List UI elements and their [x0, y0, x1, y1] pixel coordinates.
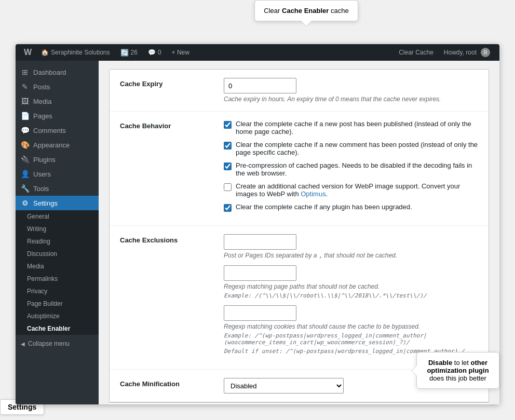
sidebar-item-media[interactable]: 🖼 Media [16, 94, 99, 109]
sidebar-item-settings[interactable]: ⚙ Settings [16, 196, 99, 210]
updates-icon: 🔄 [120, 49, 129, 57]
submenu-item-cache-enabler[interactable]: Cache Enabler [16, 322, 99, 335]
clear-cache-button[interactable]: Clear Cache [394, 44, 439, 61]
posts-icon: ✎ [21, 83, 29, 91]
exclusion-paths-input[interactable] [224, 265, 296, 281]
cache-expiry-controls: Cache expiry in hours. An expiry time of… [224, 78, 478, 103]
tooltip-clear-cache-text: Clear Cache Enabler cache [264, 7, 348, 15]
new-label: + New [172, 49, 189, 56]
sidebar-item-tools[interactable]: 🔧 Tools [16, 181, 99, 196]
tooltip-clear-cache: Clear Cache Enabler cache [254, 0, 358, 21]
checkbox-plugin-upgrade[interactable] [224, 204, 232, 212]
checkbox-webp[interactable] [224, 183, 232, 191]
exclusion-paths-hint: Regexp matching page paths that should n… [224, 283, 478, 290]
exclusion-paths-group: Regexp matching page paths that should n… [224, 265, 478, 299]
home-icon: 🏠 [41, 49, 49, 56]
comments-button[interactable]: 💬 0 [143, 44, 167, 61]
cache-minification-label: Cache Minification [120, 378, 213, 388]
exclusion-ids-input[interactable] [224, 234, 296, 250]
sidebar-item-label: Posts [33, 83, 50, 91]
checkbox-label-4: Create an additional cached version for … [236, 182, 478, 198]
exclusion-cookies-input[interactable] [224, 305, 296, 321]
sidebar-item-pages[interactable]: 📄 Pages [16, 109, 99, 123]
submenu-item-general[interactable]: General [16, 210, 99, 223]
exclusion-cookies-group: Regexp matching cookies that should caus… [224, 305, 478, 355]
cache-exclusions-controls: Post or Pages IDs separated by a , that … [224, 234, 478, 361]
sidebar: ⊞ Dashboard ✎ Posts 🖼 Media 📄 Pages 💬 [16, 61, 99, 404]
cache-expiry-row: Cache Expiry Cache expiry in hours. An e… [110, 70, 489, 112]
admin-bar: W 🏠 Seraphinite Solutions 🔄 26 💬 0 + New [16, 44, 499, 61]
new-content-button[interactable]: + New [167, 44, 195, 61]
sidebar-item-label: Media [33, 98, 51, 105]
sidebar-item-label: Tools [33, 185, 49, 193]
submenu-item-discussion[interactable]: Discussion [16, 248, 99, 260]
avatar-icon: R [481, 48, 490, 57]
submenu-item-privacy[interactable]: Privacy [16, 285, 99, 297]
tools-icon: 🔧 [21, 184, 29, 193]
sidebar-item-appearance[interactable]: 🎨 Appearance [16, 138, 99, 152]
checkbox-row-5: Clear the complete cache if any plugin h… [224, 203, 478, 212]
sidebar-item-label: Comments [33, 127, 66, 134]
collapse-menu-button[interactable]: ◀ Collapse menu [16, 337, 99, 350]
cache-exclusions-label: Cache Exclusions [120, 234, 213, 244]
wp-window: W 🏠 Seraphinite Solutions 🔄 26 💬 0 + New [16, 44, 499, 404]
comments-icon: 💬 [21, 126, 29, 134]
sidebar-item-users[interactable]: 👤 Users [16, 167, 99, 181]
pages-icon: 📄 [21, 112, 29, 120]
sidebar-item-comments[interactable]: 💬 Comments [16, 123, 99, 138]
submenu-item-autoptimize[interactable]: Autoptimize [16, 310, 99, 322]
optimus-link[interactable]: Optimus [301, 190, 326, 198]
collapse-label: Collapse menu [28, 340, 70, 347]
wp-logo-icon: W [24, 48, 32, 57]
checkbox-row-3: Pre-compression of cached pages. Needs t… [224, 161, 478, 177]
submenu-item-page-builder[interactable]: Page Builder [16, 297, 99, 310]
exclusion-paths-example: Example: /(^\\/\\$|\\/robot\\.\\$|^\\/20… [224, 292, 478, 299]
exclusion-ids-group: Post or Pages IDs separated by a , that … [224, 234, 478, 259]
sidebar-item-posts[interactable]: ✎ Posts [16, 79, 99, 94]
settings-submenu: General Writing Reading Discussion Media… [16, 210, 99, 335]
cache-exclusions-row: Cache Exclusions Post or Pages IDs separ… [110, 226, 489, 370]
exclusion-cookies-hint: Regexp matching cookies that should caus… [224, 323, 478, 330]
save-row: Save Changes Saving these settings will … [109, 402, 489, 404]
site-name-label: Seraphinite Solutions [51, 49, 110, 56]
checkbox-row-2: Clear the complete cache if a new commen… [224, 141, 478, 156]
checkbox-clear-comment[interactable] [224, 142, 232, 150]
howdy-label: Howdy, root [444, 49, 477, 56]
checkbox-row-1: Clear the complete cache if a new post h… [224, 120, 478, 136]
submenu-item-media[interactable]: Media [16, 260, 99, 273]
admin-bar-left: W 🏠 Seraphinite Solutions 🔄 26 💬 0 + New [20, 44, 394, 61]
checkbox-label-2: Clear the complete cache if a new commen… [236, 141, 478, 156]
dashboard-icon: ⊞ [21, 68, 29, 76]
submenu-item-permalinks[interactable]: Permalinks [16, 273, 99, 285]
cache-behavior-row: Cache Behavior Clear the complete cache … [110, 112, 489, 226]
checkbox-clear-post[interactable] [224, 121, 232, 129]
howdy-button[interactable]: Howdy, root R [439, 44, 495, 61]
sidebar-item-label: Settings [33, 199, 58, 207]
checkbox-label-3: Pre-compression of cached pages. Needs t… [236, 161, 478, 177]
submenu-item-reading[interactable]: Reading [16, 235, 99, 248]
media-icon: 🖼 [21, 97, 29, 105]
settings-icon: ⚙ [21, 199, 29, 207]
updates-count: 26 [131, 49, 138, 56]
sidebar-item-label: Pages [33, 112, 52, 120]
checkbox-precompression[interactable] [224, 162, 232, 170]
cache-expiry-hint: Cache expiry in hours. An expiry time of… [224, 96, 478, 103]
users-icon: 👤 [21, 170, 29, 178]
cache-behavior-controls: Clear the complete cache if a new post h… [224, 120, 478, 217]
exclusion-cookies-example: Example: /^(wp-postpass|wordpress_logged… [224, 332, 478, 346]
updates-button[interactable]: 🔄 26 [115, 44, 143, 61]
plugins-icon: 🔌 [21, 155, 29, 164]
sidebar-item-label: Plugins [33, 156, 56, 164]
checkbox-row-4: Create an additional cached version for … [224, 182, 478, 198]
sidebar-item-dashboard[interactable]: ⊞ Dashboard [16, 65, 99, 79]
sidebar-item-label: Users [33, 170, 51, 178]
site-name-button[interactable]: 🏠 Seraphinite Solutions [36, 44, 115, 61]
checkbox-label-1: Clear the complete cache if a new post h… [236, 120, 478, 136]
submenu-item-writing[interactable]: Writing [16, 223, 99, 235]
wp-logo-button[interactable]: W [20, 44, 36, 61]
cache-minification-select[interactable]: Disabled HTML HTML + Inline JS HTML + In… [224, 378, 344, 394]
admin-bar-right: Clear Cache Howdy, root R [394, 44, 495, 61]
sidebar-item-plugins[interactable]: 🔌 Plugins [16, 152, 99, 167]
sidebar-item-label: Dashboard [33, 69, 66, 76]
cache-expiry-input[interactable] [224, 78, 296, 93]
